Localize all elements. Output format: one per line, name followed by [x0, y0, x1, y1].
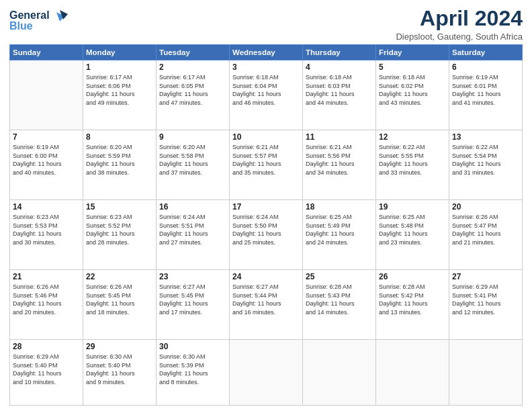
day-number: 11 — [306, 132, 373, 142]
day-info: Sunrise: 6:28 AM Sunset: 5:42 PM Dayligh… — [379, 283, 446, 316]
calendar-cell: 20Sunrise: 6:26 AM Sunset: 5:47 PM Dayli… — [449, 200, 523, 270]
day-number: 12 — [379, 132, 446, 142]
day-number: 15 — [86, 202, 153, 212]
calendar-week-4: 21Sunrise: 6:26 AM Sunset: 5:46 PM Dayli… — [10, 270, 523, 340]
day-number: 6 — [452, 62, 519, 72]
calendar-cell: 18Sunrise: 6:25 AM Sunset: 5:49 PM Dayli… — [303, 200, 376, 270]
day-number: 5 — [379, 62, 446, 72]
calendar-cell: 29Sunrise: 6:30 AM Sunset: 5:40 PM Dayli… — [83, 340, 157, 406]
day-info: Sunrise: 6:21 AM Sunset: 5:57 PM Dayligh… — [232, 143, 300, 177]
header-saturday: Saturday — [449, 45, 523, 60]
header-tuesday: Tuesday — [157, 45, 230, 60]
calendar-cell: 26Sunrise: 6:28 AM Sunset: 5:42 PM Dayli… — [376, 270, 449, 340]
day-info: Sunrise: 6:22 AM Sunset: 5:54 PM Dayligh… — [452, 143, 519, 177]
calendar-cell — [10, 60, 83, 130]
calendar-cell: 13Sunrise: 6:22 AM Sunset: 5:54 PM Dayli… — [449, 130, 523, 200]
day-info: Sunrise: 6:29 AM Sunset: 5:40 PM Dayligh… — [13, 353, 80, 386]
day-info: Sunrise: 6:26 AM Sunset: 5:45 PM Dayligh… — [86, 283, 153, 316]
location: Diepsloot, Gauteng, South Africa — [396, 32, 523, 42]
calendar-cell: 12Sunrise: 6:22 AM Sunset: 5:55 PM Dayli… — [376, 130, 449, 200]
day-number: 23 — [159, 272, 226, 281]
calendar-cell: 3Sunrise: 6:18 AM Sunset: 6:04 PM Daylig… — [230, 60, 303, 130]
day-info: Sunrise: 6:18 AM Sunset: 6:03 PM Dayligh… — [306, 73, 373, 107]
day-info: Sunrise: 6:20 AM Sunset: 5:59 PM Dayligh… — [86, 143, 153, 177]
title-area: April 2024 Diepsloot, Gauteng, South Afr… — [396, 7, 523, 42]
calendar-cell: 1Sunrise: 6:17 AM Sunset: 6:06 PM Daylig… — [83, 60, 157, 130]
calendar-cell: 19Sunrise: 6:25 AM Sunset: 5:48 PM Dayli… — [376, 200, 449, 270]
calendar-cell: 21Sunrise: 6:26 AM Sunset: 5:46 PM Dayli… — [10, 270, 83, 340]
day-info: Sunrise: 6:24 AM Sunset: 5:51 PM Dayligh… — [159, 213, 226, 246]
header-sunday: Sunday — [10, 45, 83, 60]
calendar-cell: 2Sunrise: 6:17 AM Sunset: 6:05 PM Daylig… — [157, 60, 230, 130]
day-info: Sunrise: 6:30 AM Sunset: 5:40 PM Dayligh… — [86, 353, 153, 386]
calendar-cell: 17Sunrise: 6:24 AM Sunset: 5:50 PM Dayli… — [230, 200, 303, 270]
day-info: Sunrise: 6:25 AM Sunset: 5:49 PM Dayligh… — [306, 213, 373, 246]
day-number: 21 — [13, 272, 80, 281]
day-info: Sunrise: 6:19 AM Sunset: 6:00 PM Dayligh… — [13, 143, 80, 177]
header: General Blue April 2024 Diepsloot, Gaute… — [9, 7, 523, 42]
calendar-cell: 10Sunrise: 6:21 AM Sunset: 5:57 PM Dayli… — [230, 130, 303, 200]
day-number: 8 — [86, 132, 153, 142]
calendar-cell: 6Sunrise: 6:19 AM Sunset: 6:01 PM Daylig… — [449, 60, 523, 130]
calendar-cell: 30Sunrise: 6:30 AM Sunset: 5:39 PM Dayli… — [157, 340, 230, 406]
calendar-week-5: 28Sunrise: 6:29 AM Sunset: 5:40 PM Dayli… — [10, 340, 523, 406]
day-number: 26 — [379, 272, 446, 281]
calendar-cell: 16Sunrise: 6:24 AM Sunset: 5:51 PM Dayli… — [157, 200, 230, 270]
svg-text:General: General — [9, 9, 50, 21]
day-info: Sunrise: 6:23 AM Sunset: 5:52 PM Dayligh… — [86, 213, 153, 246]
day-number: 17 — [232, 202, 300, 212]
day-number: 25 — [306, 272, 373, 281]
calendar-table: Sunday Monday Tuesday Wednesday Thursday… — [9, 44, 523, 406]
calendar-cell: 25Sunrise: 6:28 AM Sunset: 5:43 PM Dayli… — [303, 270, 376, 340]
logo: General Blue — [9, 7, 70, 32]
calendar-week-2: 7Sunrise: 6:19 AM Sunset: 6:00 PM Daylig… — [10, 130, 523, 200]
day-number: 4 — [306, 62, 373, 72]
calendar-week-3: 14Sunrise: 6:23 AM Sunset: 5:53 PM Dayli… — [10, 200, 523, 270]
header-friday: Friday — [376, 45, 449, 60]
calendar-cell: 4Sunrise: 6:18 AM Sunset: 6:03 PM Daylig… — [303, 60, 376, 130]
header-thursday: Thursday — [303, 45, 376, 60]
svg-text:Blue: Blue — [9, 20, 33, 32]
day-number: 22 — [86, 272, 153, 281]
day-info: Sunrise: 6:26 AM Sunset: 5:46 PM Dayligh… — [13, 283, 80, 316]
day-number: 9 — [159, 132, 226, 142]
calendar-cell — [376, 340, 449, 406]
calendar-cell: 27Sunrise: 6:29 AM Sunset: 5:41 PM Dayli… — [449, 270, 523, 340]
day-number: 27 — [452, 272, 519, 281]
day-number: 29 — [86, 342, 153, 351]
day-info: Sunrise: 6:26 AM Sunset: 5:47 PM Dayligh… — [452, 213, 519, 246]
header-wednesday: Wednesday — [230, 45, 303, 60]
day-info: Sunrise: 6:27 AM Sunset: 5:45 PM Dayligh… — [159, 283, 226, 316]
calendar-cell: 9Sunrise: 6:20 AM Sunset: 5:58 PM Daylig… — [157, 130, 230, 200]
day-number: 1 — [86, 62, 153, 72]
day-number: 20 — [452, 202, 519, 212]
day-number: 13 — [452, 132, 519, 142]
calendar-cell — [230, 340, 303, 406]
day-info: Sunrise: 6:28 AM Sunset: 5:43 PM Dayligh… — [306, 283, 373, 316]
page: General Blue April 2024 Diepsloot, Gaute… — [0, 0, 532, 411]
month-title: April 2024 — [396, 7, 523, 30]
day-number: 24 — [232, 272, 300, 281]
calendar-cell: 5Sunrise: 6:18 AM Sunset: 6:02 PM Daylig… — [376, 60, 449, 130]
day-info: Sunrise: 6:22 AM Sunset: 5:55 PM Dayligh… — [379, 143, 446, 177]
day-number: 3 — [232, 62, 300, 72]
day-number: 14 — [13, 202, 80, 212]
calendar-cell: 14Sunrise: 6:23 AM Sunset: 5:53 PM Dayli… — [10, 200, 83, 270]
calendar-cell: 8Sunrise: 6:20 AM Sunset: 5:59 PM Daylig… — [83, 130, 157, 200]
day-number: 19 — [379, 202, 446, 212]
calendar-week-1: 1Sunrise: 6:17 AM Sunset: 6:06 PM Daylig… — [10, 60, 523, 130]
calendar-cell: 23Sunrise: 6:27 AM Sunset: 5:45 PM Dayli… — [157, 270, 230, 340]
calendar-cell: 24Sunrise: 6:27 AM Sunset: 5:44 PM Dayli… — [230, 270, 303, 340]
header-monday: Monday — [83, 45, 157, 60]
day-number: 7 — [13, 132, 80, 142]
calendar-cell: 22Sunrise: 6:26 AM Sunset: 5:45 PM Dayli… — [83, 270, 157, 340]
day-info: Sunrise: 6:18 AM Sunset: 6:04 PM Dayligh… — [232, 73, 300, 107]
day-info: Sunrise: 6:24 AM Sunset: 5:50 PM Dayligh… — [232, 213, 300, 246]
calendar-cell: 28Sunrise: 6:29 AM Sunset: 5:40 PM Dayli… — [10, 340, 83, 406]
day-info: Sunrise: 6:20 AM Sunset: 5:58 PM Dayligh… — [159, 143, 226, 177]
day-info: Sunrise: 6:29 AM Sunset: 5:41 PM Dayligh… — [452, 283, 519, 316]
calendar-cell — [449, 340, 523, 406]
day-info: Sunrise: 6:30 AM Sunset: 5:39 PM Dayligh… — [159, 353, 226, 386]
day-info: Sunrise: 6:21 AM Sunset: 5:56 PM Dayligh… — [306, 143, 373, 177]
day-info: Sunrise: 6:27 AM Sunset: 5:44 PM Dayligh… — [232, 283, 300, 316]
